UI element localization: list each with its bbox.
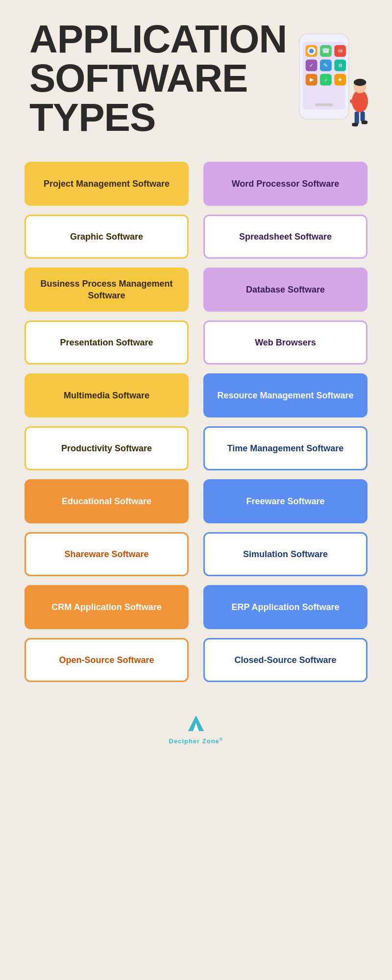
card-1: Word Processor Software [203,162,368,206]
svg-text:★: ★ [338,76,343,82]
svg-text:▶: ▶ [310,76,314,82]
svg-text:✓: ✓ [309,62,314,68]
svg-text:☎: ☎ [322,47,330,54]
card-16: CRM Application Software [24,585,189,629]
card-11: Time Management Software [203,426,368,470]
card-15: Simulation Software [203,532,368,576]
card-5: Database Software [203,268,368,312]
card-18: Open-Source Software [24,638,189,682]
svg-rect-25 [355,112,359,124]
card-0: Project Management Software [24,162,189,206]
svg-rect-28 [352,123,358,126]
footer-logo: Decipher Zone® [169,711,223,745]
main-title-line3: TYPES [29,98,287,137]
svg-text:✎: ✎ [324,62,328,68]
card-17: ERP Application Software [203,585,368,629]
svg-rect-27 [362,121,368,124]
main-title-line1: APPLICATION [29,20,287,59]
footer-brand-text: Decipher Zone® [169,737,223,745]
svg-point-24 [354,79,367,86]
svg-rect-26 [361,112,365,122]
card-12: Educational Software [24,479,189,523]
header-section: APPLICATION SOFTWARE TYPES ☎ ✉ ✓ [0,0,392,147]
card-9: Resource Management Software [203,373,368,417]
svg-text:✉: ✉ [338,48,343,54]
card-19: Closed-Source Software [203,638,368,682]
svg-point-4 [309,49,314,53]
footer-section: Decipher Zone® [0,702,392,760]
card-2: Graphic Software [24,215,189,259]
title-block: APPLICATION SOFTWARE TYPES [29,20,287,137]
card-4: Business Process Management Software [24,268,189,312]
svg-text:⚙: ⚙ [338,63,343,68]
card-7: Web Browsers [203,320,368,365]
card-14: Shareware Software [24,532,189,576]
phone-illustration: ☎ ✉ ✓ ✎ ⚙ ▶ ♪ ★ [287,29,375,137]
card-13: Freeware Software [203,479,368,523]
main-title-line2: SOFTWARE [29,59,287,98]
card-8: Multimedia Software [24,373,189,417]
card-3: Spreadsheet Software [203,215,368,259]
card-10: Productivity Software [24,426,189,470]
svg-text:♪: ♪ [324,76,327,82]
svg-rect-21 [315,103,333,106]
cards-grid: Project Management SoftwareWord Processo… [0,147,392,702]
brand-logo-icon [184,711,208,735]
card-6: Presentation Software [24,320,189,365]
